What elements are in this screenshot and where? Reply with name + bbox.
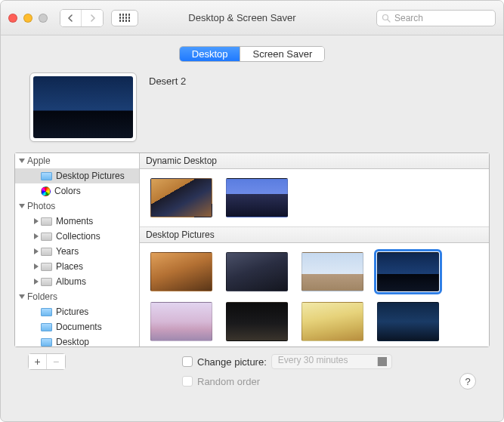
stepper-icon: ▲▼ xyxy=(382,356,388,367)
content-area: Desktop Screen Saver Desert 2 Apple Desk… xyxy=(1,35,503,396)
remove-folder-button: − xyxy=(47,354,65,369)
minimize-icon[interactable] xyxy=(23,14,32,23)
sidebar-group-photos[interactable]: Photos xyxy=(15,199,139,214)
svg-line-1 xyxy=(388,20,390,22)
window-title: Desktop & Screen Saver xyxy=(116,12,369,23)
folder-icon xyxy=(41,323,52,331)
nav-buttons xyxy=(60,9,104,27)
prefs-window: Desktop & Screen Saver Search Desktop Sc… xyxy=(0,0,504,422)
current-wallpaper-name: Desert 2 xyxy=(149,72,186,87)
sidebar-item-moments[interactable]: Moments xyxy=(15,214,139,229)
folder-icon xyxy=(41,217,52,226)
search-icon xyxy=(382,14,391,23)
disclosure-triangle-icon[interactable] xyxy=(34,218,39,224)
folder-icon xyxy=(41,263,52,271)
disclosure-triangle-icon[interactable] xyxy=(19,204,25,208)
preview-row: Desert 2 xyxy=(14,72,490,142)
footer: + − Change picture: Every 30 minutes ▲▼ … xyxy=(14,347,490,390)
search-field[interactable]: Search xyxy=(376,10,496,26)
change-picture-checkbox[interactable] xyxy=(182,356,193,367)
random-order-checkbox xyxy=(182,376,193,387)
add-folder-button[interactable]: + xyxy=(29,354,47,369)
svg-point-0 xyxy=(383,14,388,20)
sidebar-item-label: Years xyxy=(56,246,79,257)
sidebar-item-years[interactable]: Years xyxy=(15,244,139,259)
wallpaper-thumb[interactable] xyxy=(226,252,288,291)
split-pane: Apple Desktop Pictures Colors Photos xyxy=(14,152,490,347)
search-placeholder: Search xyxy=(394,13,423,23)
dynamic-thumb-grid xyxy=(140,169,489,226)
disclosure-triangle-icon[interactable] xyxy=(19,159,25,163)
sidebar-item-albums[interactable]: Albums xyxy=(15,274,139,289)
wallpaper-thumb[interactable] xyxy=(226,178,288,217)
section-header-pictures: Desktop Pictures xyxy=(140,226,489,243)
titlebar: Desktop & Screen Saver Search xyxy=(1,1,503,35)
sidebar-group-label: Apple xyxy=(27,156,51,166)
wallpaper-thumb[interactable] xyxy=(226,302,288,341)
chevron-left-icon xyxy=(67,14,74,22)
random-order-label: Random order xyxy=(197,376,260,387)
sidebar-item-desktop-pictures[interactable]: Desktop Pictures xyxy=(15,168,139,183)
window-controls xyxy=(8,14,48,23)
tab-control: Desktop Screen Saver xyxy=(14,46,490,62)
folder-icon xyxy=(41,172,52,180)
random-order-row: Random order xyxy=(182,373,392,390)
pictures-thumb-grid xyxy=(140,243,489,347)
preview-image xyxy=(33,76,133,138)
tab-desktop[interactable]: Desktop xyxy=(180,47,241,61)
sidebar-item-label: Colors xyxy=(54,186,81,196)
wallpaper-thumb[interactable] xyxy=(150,302,212,341)
add-remove-control: + − xyxy=(28,353,66,370)
forward-button[interactable] xyxy=(82,10,103,26)
sidebar-item-label: Albums xyxy=(56,276,86,287)
sidebar-group-apple[interactable]: Apple xyxy=(15,153,139,168)
sidebar-item-collections[interactable]: Collections xyxy=(15,229,139,244)
interval-value: Every 30 minutes xyxy=(278,355,348,365)
folder-icon xyxy=(41,338,52,347)
disclosure-triangle-icon[interactable] xyxy=(34,279,39,285)
sidebar-group-label: Folders xyxy=(27,291,57,302)
sidebar-item-label: Pictures xyxy=(56,306,88,317)
sidebar-item-label: Desktop xyxy=(56,337,89,347)
source-sidebar[interactable]: Apple Desktop Pictures Colors Photos xyxy=(15,153,140,347)
sidebar-item-label: Moments xyxy=(56,216,93,226)
wallpaper-thumb[interactable] xyxy=(377,252,439,291)
folder-icon xyxy=(41,233,52,241)
wallpaper-thumb[interactable] xyxy=(150,178,212,217)
sidebar-item-pictures[interactable]: Pictures xyxy=(15,304,139,319)
disclosure-triangle-icon[interactable] xyxy=(34,248,39,254)
disclosure-triangle-icon[interactable] xyxy=(34,233,39,239)
preview-box xyxy=(29,72,137,142)
sidebar-group-folders[interactable]: Folders xyxy=(15,289,139,304)
thumbnail-pane[interactable]: Dynamic Desktop Desktop Pictures xyxy=(140,153,489,347)
sidebar-item-documents[interactable]: Documents xyxy=(15,319,139,334)
tab-screensaver[interactable]: Screen Saver xyxy=(240,47,324,61)
sidebar-item-label: Desktop Pictures xyxy=(56,171,125,181)
color-wheel-icon xyxy=(41,186,51,196)
wallpaper-thumb[interactable] xyxy=(301,302,363,341)
help-button[interactable]: ? xyxy=(459,373,476,390)
sidebar-item-label: Documents xyxy=(56,322,102,332)
folder-icon xyxy=(41,308,52,316)
wallpaper-thumb[interactable] xyxy=(377,302,439,341)
zoom-icon xyxy=(39,14,48,23)
sidebar-item-places[interactable]: Places xyxy=(15,259,139,274)
folder-icon xyxy=(41,278,52,286)
disclosure-triangle-icon[interactable] xyxy=(34,263,39,270)
sidebar-item-label: Collections xyxy=(56,231,100,242)
wallpaper-thumb[interactable] xyxy=(301,252,363,291)
change-picture-row: Change picture: Every 30 minutes ▲▼ xyxy=(182,353,392,370)
section-header-dynamic: Dynamic Desktop xyxy=(140,153,489,169)
folder-icon xyxy=(41,248,52,256)
close-icon[interactable] xyxy=(8,14,17,23)
sidebar-item-label: Places xyxy=(56,261,83,272)
sidebar-item-colors[interactable]: Colors xyxy=(15,183,139,199)
change-picture-label: Change picture: xyxy=(197,356,267,368)
wallpaper-thumb[interactable] xyxy=(150,252,212,291)
chevron-right-icon xyxy=(89,14,96,22)
disclosure-triangle-icon[interactable] xyxy=(19,294,25,299)
back-button[interactable] xyxy=(60,10,82,26)
sidebar-item-desktop[interactable]: Desktop xyxy=(15,334,139,347)
interval-select: Every 30 minutes ▲▼ xyxy=(271,354,392,369)
sidebar-group-label: Photos xyxy=(27,201,55,211)
